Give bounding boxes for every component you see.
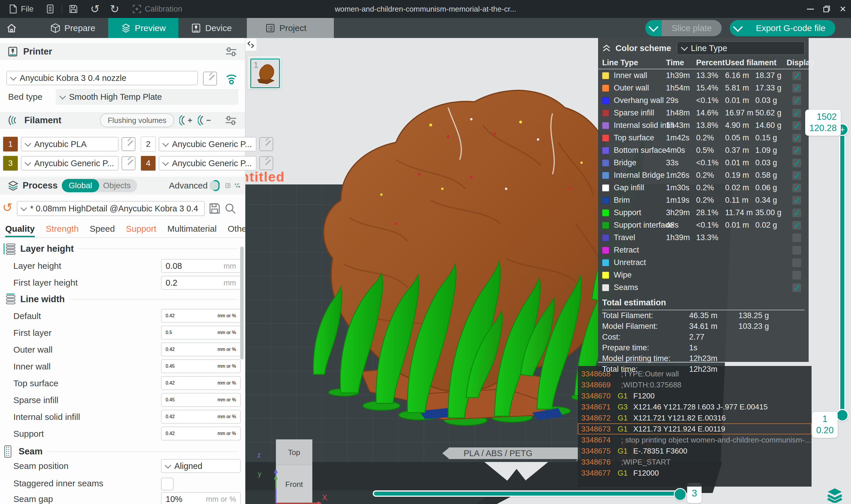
save-preset-icon[interactable] — [208, 202, 221, 215]
param-input[interactable]: 0.42 mm or % — [161, 342, 241, 356]
process-tab[interactable]: Others — [228, 224, 254, 237]
reset-preset-icon[interactable]: ↺ — [2, 200, 13, 215]
color-scheme-select[interactable]: Line Type — [677, 41, 804, 55]
display-checkbox[interactable]: ✓ — [792, 96, 801, 105]
redo-icon[interactable]: ↻ — [110, 3, 119, 15]
tab-project[interactable]: Project — [253, 18, 319, 38]
collapse-panel-icon[interactable] — [602, 44, 611, 53]
param-input[interactable]: 0.08 mm — [161, 259, 241, 273]
move-slider[interactable]: 3 — [373, 490, 683, 497]
display-checkbox[interactable]: ✓ — [792, 209, 801, 217]
display-checkbox[interactable]: ✓ — [792, 171, 801, 180]
process-tab[interactable]: Support — [126, 224, 156, 237]
layers-icon[interactable] — [827, 488, 842, 503]
tab-device[interactable]: Device — [178, 18, 245, 38]
display-checkbox[interactable]: ✓ — [792, 221, 801, 230]
gcode-line[interactable]: 3348677 G1 F12000 — [578, 467, 812, 479]
scope-objects[interactable]: Objects — [99, 181, 137, 190]
export-dropdown-cap[interactable] — [730, 20, 746, 36]
staggered-seams-checkbox[interactable] — [161, 478, 174, 490]
param-input[interactable]: 0.45 mm or % — [161, 393, 241, 407]
param-input[interactable]: 10% mm or % — [161, 492, 241, 504]
orientation-cube[interactable]: Top Front X z y — [262, 439, 329, 504]
display-checkbox[interactable]: ✓ — [792, 196, 801, 205]
display-checkbox[interactable]: ✓ — [792, 283, 801, 292]
gcode-line[interactable]: 3348671 G3 X121.46 Y121.728 I.603 J-.977… — [578, 401, 812, 412]
edit-printer-button[interactable] — [203, 72, 217, 86]
filament-select[interactable]: Anycubic Generic P... — [159, 137, 256, 151]
home-button[interactable] — [0, 23, 23, 33]
printer-settings-icon[interactable] — [225, 47, 237, 57]
process-tab[interactable]: Quality — [5, 224, 35, 237]
slice-dropdown-cap[interactable] — [645, 20, 662, 36]
calibration-button[interactable]: Calibration — [132, 4, 182, 14]
filament-color-chip[interactable]: 3 — [3, 156, 18, 171]
maximize-button[interactable] — [818, 0, 835, 18]
param-input[interactable]: 0.42 mm or % — [161, 376, 241, 390]
display-checkbox[interactable]: ✓ — [792, 246, 801, 255]
printer-select[interactable]: Anycubic Kobra 3 0.4 nozzle — [6, 71, 198, 85]
save-icon[interactable] — [69, 4, 78, 14]
seam-position-select[interactable]: Aligned — [161, 459, 241, 473]
edit-filament-button[interactable] — [259, 137, 273, 151]
search-preset-icon[interactable] — [224, 202, 237, 215]
gcode-line[interactable]: 3348673 G1 X121.73 Y121.924 E.00119 — [578, 424, 812, 434]
notes-icon[interactable] — [45, 4, 55, 14]
process-tab[interactable]: Strength — [46, 224, 78, 237]
compare-ab-icon[interactable]: A B — [234, 179, 240, 192]
move-slider-handle[interactable] — [674, 488, 687, 501]
parameter-list-icon[interactable] — [225, 180, 230, 192]
display-checkbox[interactable]: ✓ — [792, 233, 801, 242]
display-checkbox[interactable]: ✓ — [792, 109, 801, 118]
flushing-volumes-button[interactable]: Flushing volumes — [100, 113, 174, 127]
filament-select[interactable]: Anycubic Generic P... — [159, 156, 256, 170]
layer-slider-track[interactable] — [839, 132, 846, 418]
slice-plate-button[interactable]: Slice plate — [645, 20, 721, 36]
gcode-viewer[interactable]: 3348668 ;TYPE:Outer wall 3348669 ;WIDTH:… — [578, 366, 812, 487]
filament-color-chip[interactable]: 2 — [141, 137, 156, 152]
gcode-line[interactable]: 3348672 G1 X121.721 Y121.82 E.00316 — [578, 412, 812, 424]
advanced-toggle[interactable] — [212, 180, 220, 191]
layer-slider-bottom-handle[interactable] — [836, 409, 849, 422]
process-tab[interactable]: Speed — [90, 224, 115, 237]
display-checkbox[interactable]: ✓ — [792, 121, 801, 130]
edit-filament-button[interactable] — [122, 137, 135, 151]
gcode-line[interactable]: 3348676 ;WIPE_START — [578, 456, 812, 467]
display-checkbox[interactable]: ✓ — [792, 258, 801, 267]
minimize-button[interactable] — [802, 0, 818, 18]
edit-filament-button[interactable] — [122, 156, 135, 170]
sidebar-scrollbar[interactable] — [240, 247, 243, 360]
add-filament-icon[interactable] — [179, 114, 193, 126]
export-gcode-button[interactable]: Export G-code file — [730, 20, 835, 36]
scope-global[interactable]: Global — [62, 179, 99, 192]
plate-thumbnail-card[interactable]: 1 — [248, 56, 281, 89]
param-input[interactable]: 0.5 mm or % — [161, 326, 241, 340]
filament-color-chip[interactable]: 4 — [141, 156, 156, 171]
gcode-line[interactable]: 3348669 ;WIDTH:0.375688 — [578, 379, 812, 390]
filament-select[interactable]: Anycubic Generic P... — [21, 156, 119, 170]
display-checkbox[interactable]: ✓ — [792, 71, 801, 80]
filament-color-chip[interactable]: 1 — [3, 137, 18, 152]
undo-icon[interactable]: ↺ — [90, 3, 100, 15]
gcode-line[interactable]: 3348670 G1 F1200 — [578, 390, 812, 401]
bed-type-select[interactable]: Smooth High Temp Plate — [56, 89, 238, 105]
display-checkbox[interactable]: ✓ — [792, 84, 801, 92]
display-checkbox[interactable]: ✓ — [792, 146, 801, 155]
filament-settings-icon[interactable] — [225, 115, 237, 126]
param-input[interactable]: 0.42 mm or % — [161, 410, 241, 424]
process-tab[interactable]: Multimaterial — [167, 224, 217, 237]
display-checkbox[interactable]: ✓ — [792, 271, 801, 280]
display-checkbox[interactable]: ✓ — [792, 183, 801, 192]
tab-prepare[interactable]: Prepare — [38, 18, 108, 38]
filament-select[interactable]: Anycubic PLA — [21, 137, 119, 151]
param-input[interactable]: 0.45 mm or % — [161, 359, 241, 373]
process-preset-select[interactable]: * 0.08mm HighDetail @Anycubic Kobra 3 0.… — [17, 201, 205, 216]
plate-thumbnail[interactable]: 1 — [250, 58, 280, 88]
close-button[interactable]: ✕ — [835, 0, 851, 18]
edit-filament-button[interactable] — [259, 156, 273, 170]
process-scope-segment[interactable]: Global Objects — [62, 179, 137, 192]
gcode-line[interactable]: 3348674 ; stop printing object women-and… — [578, 434, 812, 446]
param-input[interactable]: 0.2 mm — [161, 276, 241, 290]
remove-filament-icon[interactable] — [198, 114, 211, 126]
wifi-icon[interactable] — [224, 70, 239, 86]
